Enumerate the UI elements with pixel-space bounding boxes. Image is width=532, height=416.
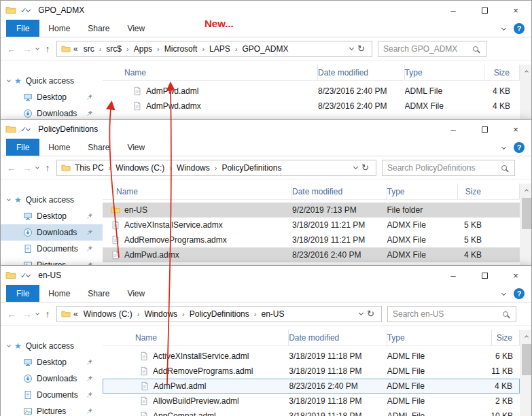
recent-locations-icon[interactable] (35, 165, 39, 169)
tab-file[interactable]: File (6, 139, 39, 156)
up-button[interactable]: ↑ (41, 309, 54, 319)
forward-button[interactable]: → (20, 309, 34, 319)
file-row[interactable]: ActiveXInstallService.adml 3/18/2019 11:… (103, 349, 520, 364)
expander-icon[interactable] (7, 78, 11, 82)
titlebar[interactable]: ✓ GPO_ADMX – × (1, 1, 531, 20)
sidebar-item-desktop[interactable]: Desktop (1, 354, 103, 370)
breadcrumb-item[interactable]: en-US (258, 309, 287, 319)
breadcrumb-item[interactable]: This PC (72, 163, 107, 173)
refresh-button[interactable]: ↻ (355, 44, 368, 54)
help-icon[interactable]: ? (514, 23, 525, 34)
tab-view[interactable]: View (118, 285, 154, 302)
tab-file[interactable]: File (6, 285, 39, 302)
expander-icon[interactable] (7, 197, 11, 201)
address-bar[interactable]: « Windows (C:) › Windows › PolicyDefinit… (56, 306, 382, 322)
file-row-selected[interactable]: en-US 9/2/2019 7:13 PM File folder (103, 203, 520, 218)
address-dropdown-icon[interactable] (359, 311, 363, 315)
file-row[interactable]: AppCompat.adml 3/18/2019 11:18 PM ADML F… (103, 409, 520, 416)
refresh-button[interactable]: ↻ (364, 309, 377, 319)
scrollbar-up-icon[interactable] (525, 70, 529, 74)
column-header-type[interactable]: Type (387, 184, 459, 199)
expander-icon[interactable] (7, 343, 11, 347)
minimize-button[interactable]: – (438, 266, 469, 285)
help-icon[interactable]: ? (514, 288, 525, 299)
scrollbar-thumb[interactable] (522, 198, 531, 229)
qat-dropdown-icon[interactable] (26, 126, 31, 131)
breadcrumb-item[interactable]: Apps (131, 44, 155, 54)
scrollbar[interactable] (520, 184, 531, 265)
search-icon[interactable] (503, 311, 508, 317)
qat-dropdown-icon[interactable] (26, 7, 31, 12)
file-row[interactable]: AllowBuildPreview.adml 3/18/2019 11:18 P… (103, 394, 520, 409)
recent-locations-icon[interactable] (35, 311, 39, 315)
file-row[interactable]: AdmPwd.adml 8/23/2016 2:40 PM ADML File … (103, 84, 520, 99)
sidebar-item-quick-access[interactable]: ★ Quick access (1, 338, 103, 354)
back-button[interactable]: ← (5, 44, 18, 54)
back-button[interactable]: ← (5, 309, 18, 319)
column-header-name[interactable]: Name (103, 330, 289, 345)
maximize-button[interactable] (469, 266, 500, 285)
address-dropdown-icon[interactable] (353, 164, 358, 169)
tab-share[interactable]: Share (79, 20, 118, 37)
minimize-button[interactable]: – (438, 120, 469, 139)
close-button[interactable]: × (500, 266, 531, 285)
tab-share[interactable]: Share (79, 139, 118, 156)
column-header-date-modified[interactable]: Date modified (289, 330, 387, 345)
address-bar[interactable]: « src › src$ › Apps › Microsoft › LAPS ›… (56, 41, 372, 57)
column-header-type[interactable]: Type (387, 330, 492, 345)
breadcrumb-item[interactable]: GPO_ADMX (239, 44, 291, 54)
back-button[interactable]: ← (5, 162, 18, 173)
column-header-date-modified[interactable]: Date modified (292, 184, 387, 199)
sidebar-item-desktop[interactable]: Desktop (1, 208, 103, 224)
sidebar-item-quick-access[interactable]: ★ Quick access (1, 73, 103, 89)
scrollbar[interactable] (520, 330, 531, 416)
close-button[interactable]: × (500, 120, 531, 139)
breadcrumb-item[interactable]: src$ (103, 44, 124, 54)
scrollbar-thumb[interactable] (522, 344, 531, 375)
file-row[interactable]: ActiveXInstallService.admx 3/18/2019 11:… (103, 218, 520, 232)
address-bar[interactable]: This PC › Windows (C:) › Windows › Polic… (56, 160, 376, 176)
sidebar-item-documents[interactable]: Documents (1, 241, 103, 257)
sidebar-item-quick-access[interactable]: ★ Quick access (1, 192, 103, 208)
tab-home[interactable]: Home (39, 285, 79, 302)
column-header-size[interactable]: Size (458, 184, 520, 199)
maximize-button[interactable] (469, 120, 500, 139)
tab-view[interactable]: View (118, 139, 154, 156)
minimize-button[interactable]: – (438, 1, 469, 20)
breadcrumb-item[interactable]: Windows (C:) (81, 309, 135, 319)
column-header-type[interactable]: Type (405, 65, 485, 80)
breadcrumb-item[interactable]: Windows (174, 163, 213, 173)
tab-file[interactable]: File (6, 20, 39, 37)
breadcrumb-item[interactable]: Windows (141, 309, 180, 319)
sidebar-item-pictures[interactable]: Pictures (1, 403, 103, 416)
search-input[interactable]: Search PolicyDefinitions (382, 160, 515, 176)
titlebar[interactable]: ✓ en-US – × (1, 266, 531, 285)
titlebar[interactable]: ✓ PolicyDefinitions – × (1, 120, 531, 139)
ribbon-expand-icon[interactable] (501, 290, 506, 295)
column-header-date-modified[interactable]: Date modified (318, 65, 405, 80)
column-header-name[interactable]: Name (103, 65, 318, 80)
breadcrumb-item[interactable]: src (81, 44, 97, 54)
file-row[interactable]: AddRemovePrograms.admx 3/18/2019 11:21 P… (103, 232, 520, 247)
file-row[interactable]: AdmPwd.admx 8/23/2016 2:40 PM ADMX File … (103, 99, 520, 114)
breadcrumb-item[interactable]: LAPS (207, 44, 233, 54)
sidebar-item-downloads[interactable]: Downloads (1, 224, 103, 241)
file-row[interactable]: AddRemovePrograms.adml 3/18/2019 11:18 P… (103, 364, 520, 379)
scrollbar-up-icon[interactable] (525, 189, 529, 193)
scrollbar[interactable] (520, 65, 531, 121)
ribbon-expand-icon[interactable] (501, 144, 506, 149)
breadcrumb-overflow[interactable]: « (72, 44, 79, 54)
qat-dropdown-icon[interactable] (26, 272, 31, 277)
sidebar-item-downloads[interactable]: Downloads (1, 370, 103, 387)
help-icon[interactable]: ? (514, 142, 525, 153)
search-input[interactable]: Search en-US (387, 306, 516, 322)
tab-home[interactable]: Home (39, 139, 79, 156)
up-button[interactable]: ↑ (41, 162, 54, 173)
breadcrumb-item[interactable]: Windows (C:) (113, 163, 167, 173)
tab-view[interactable]: View (118, 20, 154, 37)
up-button[interactable]: ↑ (41, 44, 54, 54)
scrollbar-up-icon[interactable] (525, 335, 529, 339)
refresh-button[interactable]: ↻ (359, 162, 372, 173)
breadcrumb-item[interactable]: Microsoft (162, 44, 200, 54)
column-header-size[interactable]: Size (484, 65, 520, 80)
